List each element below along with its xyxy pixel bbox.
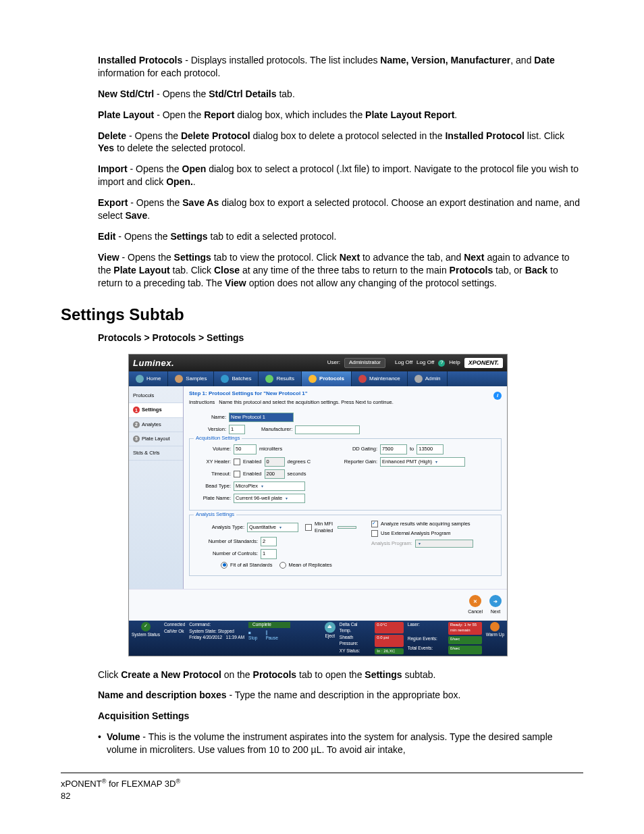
mean-label: Mean of Replicates (289, 562, 332, 569)
page-footer: xPONENT® for FLEXMAP 3D® 82 (61, 773, 583, 802)
analysis-program-label: Analysis Program: (371, 540, 412, 547)
sidebar-item-analytes[interactable]: 2Analytes (129, 418, 183, 432)
volume-unit: microliters (259, 446, 282, 452)
tab-batches[interactable]: Batches (214, 371, 259, 386)
analysis-legend: Analysis Settings (194, 511, 236, 518)
tab-samples[interactable]: Samples (168, 371, 214, 386)
xyheater-enabled-label: Enabled (243, 459, 262, 465)
instructions-label: Instructions (189, 399, 215, 406)
xystatus-value: In : 26,XC (375, 648, 404, 654)
xyheater-checkbox[interactable] (234, 459, 240, 465)
version-input[interactable]: 1 (229, 425, 245, 434)
totalevents-label: Total Events: (408, 646, 441, 654)
warmup-label[interactable]: Warm Up (486, 632, 504, 638)
fit-radio[interactable] (221, 562, 227, 569)
timeout-input[interactable]: 200 (265, 469, 285, 479)
acquisition-settings-group: Acquisition Settings Volume:50microliter… (189, 438, 502, 511)
deltacal-value: 0.0°C (375, 622, 404, 634)
analysistype-label: Analysis Type: (194, 524, 244, 531)
beadtype-select[interactable]: MicroPlex (234, 481, 305, 491)
laser-value: Ready: 1 hr 55 min remain (448, 622, 482, 635)
status-time: 11:39 AM (226, 635, 244, 640)
app-screenshot: Luminex. User: Administrator Log OffLog … (128, 354, 508, 656)
sidebar-item-protocols[interactable]: Protocols (129, 389, 183, 403)
wizard-buttons: ✕Cancel ➔Next (129, 589, 507, 620)
use-external-checkbox[interactable] (371, 530, 378, 537)
reportergain-select[interactable]: Enhanced PMT (High) (380, 457, 465, 467)
minmfi-label: Min MFI Enabled (315, 521, 335, 534)
sidebar: Protocols 1Settings 2Analytes 3Plate Lay… (129, 386, 184, 589)
para-acq-heading: Acquisition Settings (61, 710, 583, 723)
next-icon: ➔ (489, 595, 502, 607)
use-external-label: Use External Analysis Program (381, 530, 450, 537)
platename-select[interactable]: Current 96-well plate (234, 494, 305, 503)
fit-label: Fit of all Standards (230, 562, 273, 569)
ddgating-to-input[interactable]: 13500 (417, 444, 444, 454)
laser-label: Laser: (408, 622, 441, 635)
sidebar-item-stds-ctrls[interactable]: Stds & Ctrls (129, 446, 183, 461)
tab-maintenance[interactable]: Maintenance (352, 371, 408, 386)
numstandards-input[interactable]: 2 (261, 537, 277, 546)
timeout-checkbox[interactable] (234, 471, 240, 477)
luminex-logo: Luminex. (133, 357, 174, 369)
user-label: User: (327, 359, 340, 367)
para-new-stdctrl: New Std/Ctrl - Opens the Std/Ctrl Detail… (61, 88, 583, 101)
step-2-icon: 2 (133, 421, 140, 428)
status-date: Friday 4/20/2012 (189, 635, 222, 640)
connected-label: Connected (164, 622, 185, 628)
reportergain-label: Reporter Gain: (340, 459, 377, 465)
timeout-label: Timeout: (194, 471, 231, 477)
sidebar-item-settings[interactable]: 1Settings (129, 403, 183, 417)
user-value: Administrator (344, 358, 385, 368)
volume-input[interactable]: 50 (234, 444, 257, 454)
beadtype-label: Bead Type: (194, 483, 231, 490)
manufacturer-label: Manufacturer: (261, 426, 292, 433)
systemstate-value: Stopped (218, 629, 234, 633)
para-name-desc: Name and description boxes - Type the na… (61, 689, 583, 702)
main-nav: Home Samples Batches Results Protocols M… (129, 371, 507, 386)
status-bar: ✓ System Status Connected CalVer Ok Comm… (129, 621, 507, 656)
analysis-program-select (415, 540, 473, 548)
command-label: Command: (189, 622, 211, 627)
tab-results[interactable]: Results (259, 371, 302, 386)
tab-home[interactable]: Home (129, 371, 168, 386)
instructions-text: Name this protocol and select the acquis… (219, 399, 393, 406)
cancel-button[interactable]: ✕Cancel (468, 595, 483, 615)
xyheater-unit: degrees C (288, 459, 311, 465)
analysistype-select[interactable]: Quantitative (247, 523, 298, 532)
mean-radio[interactable] (279, 562, 286, 569)
deltacal-label: Delta Cal Temp. (340, 622, 369, 634)
stop-button[interactable]: ■Stop (248, 630, 257, 642)
name-input[interactable]: New Protocol 1 (229, 413, 294, 422)
settings-subtab-heading: Settings Subtab (61, 304, 583, 325)
logoff-button[interactable]: Log Off (395, 359, 412, 367)
next-button[interactable]: ➔Next (489, 595, 502, 615)
pause-button[interactable]: ∥Pause (265, 630, 277, 642)
para-installed-protocols: Installed Protocols - Displays installed… (61, 54, 583, 80)
manufacturer-input[interactable] (295, 425, 360, 434)
tab-protocols[interactable]: Protocols (302, 371, 352, 386)
eject-icon[interactable]: ⏏ (325, 622, 336, 633)
maintenance-icon (358, 375, 367, 383)
analyze-while-checkbox[interactable] (371, 521, 378, 527)
ddgating-from-input[interactable]: 7500 (380, 444, 407, 454)
minmfi-input[interactable] (338, 526, 356, 529)
sidebar-item-plate-layout[interactable]: 3Plate Layout (129, 432, 183, 446)
breadcrumb: Protocols > Protocols > Settings (61, 332, 583, 344)
tab-admin[interactable]: Admin (408, 371, 448, 386)
numcontrols-input[interactable]: 1 (261, 549, 277, 558)
para-import: Import - Opens the Open dialog box to se… (61, 163, 583, 188)
totalevents-value: 0/sec (448, 646, 482, 654)
para-export: Export - Opens the Save As dialog box to… (61, 197, 583, 222)
timeout-enabled-label: Enabled (243, 471, 262, 477)
minmfi-checkbox[interactable] (305, 524, 312, 531)
protocols-icon (308, 375, 317, 383)
xyheater-input[interactable]: 0 (265, 457, 285, 467)
help-button[interactable]: ? (438, 360, 445, 367)
batches-icon (221, 375, 229, 383)
calver-label: CalVer Ok (164, 629, 185, 635)
systemstate-label: System State: (189, 629, 216, 633)
eject-label[interactable]: Eject (325, 633, 335, 640)
acquisition-legend: Acquisition Settings (194, 435, 242, 442)
warmup-icon[interactable] (490, 622, 500, 631)
